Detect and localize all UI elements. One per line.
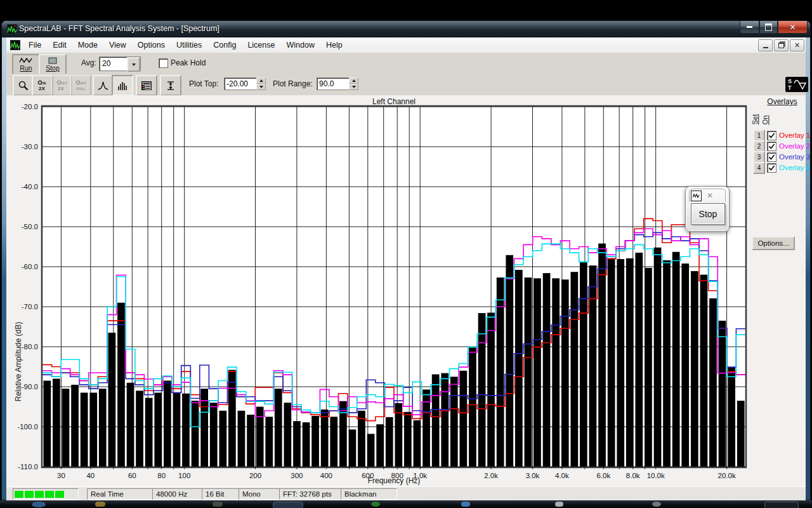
status-bit-depth: 16 Bit	[202, 488, 242, 500]
peak-hold-checkbox[interactable]	[159, 58, 168, 68]
stop-rect-icon	[46, 57, 60, 64]
mini-window-tab[interactable]: ✕	[689, 189, 726, 202]
svg-text:2X: 2X	[58, 85, 64, 91]
display-options-button[interactable]	[136, 75, 157, 96]
amplitude-scale-button[interactable]	[160, 75, 181, 96]
mdi-minimize-button[interactable]	[758, 39, 773, 51]
svg-text:-60.0: -60.0	[22, 263, 38, 271]
svg-text:-50.0: -50.0	[22, 223, 38, 231]
svg-text:S: S	[788, 78, 792, 84]
waveform-icon	[19, 57, 33, 64]
plot-top-spinner[interactable]	[256, 77, 266, 90]
svg-text:IN: IN	[43, 81, 46, 85]
avg-combobox[interactable]: 20	[99, 57, 141, 71]
check-icon	[768, 154, 775, 161]
transport-toolbar: Run Stop Avg: 20 Peak Hold	[6, 53, 806, 74]
taskbar-icon[interactable]	[461, 502, 470, 507]
status-window-function: Blackman	[341, 488, 397, 500]
menu-item-view[interactable]: View	[103, 38, 132, 52]
menu-item-config[interactable]: Config	[207, 38, 242, 52]
menu-item-mode[interactable]: Mode	[72, 38, 103, 52]
run-label: Run	[20, 65, 32, 72]
menu-item-options[interactable]: Options	[132, 38, 171, 52]
overlays-on-label: On	[761, 116, 769, 125]
menu-item-file[interactable]: File	[23, 38, 47, 52]
spectrum-plot[interactable]: 304060801002003004006008001.0k2.0k3.0k4.…	[14, 102, 756, 490]
taskbar-icon[interactable]	[555, 502, 563, 507]
plot-range-spinner[interactable]	[349, 77, 358, 90]
svg-text:-80.0: -80.0	[22, 343, 38, 351]
mdi-close-button[interactable]: ✕	[790, 39, 804, 51]
svg-text:-110.0: -110.0	[18, 463, 38, 471]
zoom-out-2x-icon: OUT2X	[56, 80, 67, 91]
overlay-checkbox-2[interactable]	[767, 142, 776, 151]
zoom-out-full-button: OUTFULL	[70, 75, 91, 96]
zoom-button[interactable]	[13, 75, 34, 96]
overlay-row-2: 2Overlay 2	[753, 141, 810, 151]
plot-top-label: Plot Top:	[189, 79, 218, 88]
svg-text:OUT: OUT	[81, 82, 87, 85]
taskbar-icon[interactable]	[273, 502, 303, 508]
close-icon: ✕	[789, 23, 796, 31]
close-button[interactable]: ✕	[778, 21, 808, 34]
plot-range-label: Plot Range:	[273, 79, 313, 88]
svg-text:-20.0: -20.0	[22, 103, 38, 110]
overlay-checkbox-4[interactable]	[767, 163, 776, 173]
title-bar[interactable]: SpectraLAB - FFT Spectral Analysis Syste…	[2, 21, 810, 37]
svg-text:-70.0: -70.0	[22, 303, 38, 311]
mini-stop-button[interactable]: Stop	[691, 203, 725, 225]
taskbar-icon[interactable]	[764, 502, 799, 508]
mdi-buttons: ✕	[757, 39, 804, 51]
bar-display-button[interactable]	[112, 75, 133, 96]
zoom-in-2x-icon: IN2X	[37, 80, 48, 91]
menu-bar: FileEditModeViewOptionsUtilitiesConfigLi…	[6, 37, 806, 53]
stop-button[interactable]: Stop	[39, 54, 67, 75]
start-orb-icon[interactable]	[32, 502, 46, 507]
svg-text:2X: 2X	[39, 85, 45, 91]
run-button[interactable]: Run	[12, 54, 40, 75]
overlay-checkbox-3[interactable]	[767, 152, 776, 162]
zoom-in-2x-button[interactable]: IN2X	[32, 75, 53, 96]
spin-down-icon[interactable]	[349, 84, 358, 90]
overlay-options-button[interactable]: Options...	[752, 236, 795, 250]
svg-text:FULL: FULL	[77, 86, 86, 90]
avg-dropdown-button[interactable]	[127, 57, 140, 72]
menu-item-utilities[interactable]: Utilities	[171, 38, 207, 52]
overlay-set-button-4[interactable]: 4	[753, 162, 765, 174]
plot-range-input[interactable]: 90.0	[317, 77, 351, 90]
mini-control-window: ✕ Stop	[685, 186, 730, 232]
plot-top-input[interactable]: -20.00	[224, 77, 258, 90]
taskbar-icon[interactable]	[652, 502, 661, 507]
spin-down-icon[interactable]	[256, 84, 266, 90]
avg-label: Avg:	[81, 58, 96, 67]
menu-item-license[interactable]: License	[242, 38, 280, 52]
amplitude-scale-icon	[165, 80, 176, 91]
spin-up-icon[interactable]	[349, 77, 358, 84]
meter-block	[25, 491, 34, 498]
signal-generator-icon[interactable]: S T	[785, 77, 808, 92]
spin-up-icon[interactable]	[256, 77, 266, 84]
taskbar-icon[interactable]	[213, 502, 223, 507]
x-axis-label: Frequency (Hz)	[43, 476, 745, 485]
mdi-restore-button[interactable]	[774, 39, 789, 51]
maximize-button[interactable]	[759, 21, 778, 34]
mini-close-icon[interactable]: ✕	[707, 191, 713, 200]
peak-curve-button[interactable]	[93, 75, 114, 96]
plot-top-value: -20.00	[226, 79, 248, 88]
menu-item-window[interactable]: Window	[280, 38, 320, 52]
taskbar-icon[interactable]	[371, 502, 380, 507]
overlays-set-label: Set	[751, 114, 759, 125]
taskbar[interactable]	[0, 500, 812, 508]
document-icon	[10, 40, 20, 50]
overlay-checkbox-1[interactable]	[767, 131, 776, 140]
check-icon	[768, 164, 775, 171]
taskbar-icon[interactable]	[95, 502, 105, 507]
window-border-right	[806, 37, 810, 500]
chevron-down-icon	[132, 64, 136, 66]
window-title: SpectraLAB - FFT Spectral Analysis Syste…	[19, 24, 219, 33]
maximize-icon	[765, 23, 772, 31]
menu-item-help[interactable]: Help	[320, 38, 348, 52]
minimize-button[interactable]	[740, 21, 759, 34]
overlay-label-3: Overlay 3	[779, 153, 810, 161]
menu-item-edit[interactable]: Edit	[47, 38, 72, 52]
